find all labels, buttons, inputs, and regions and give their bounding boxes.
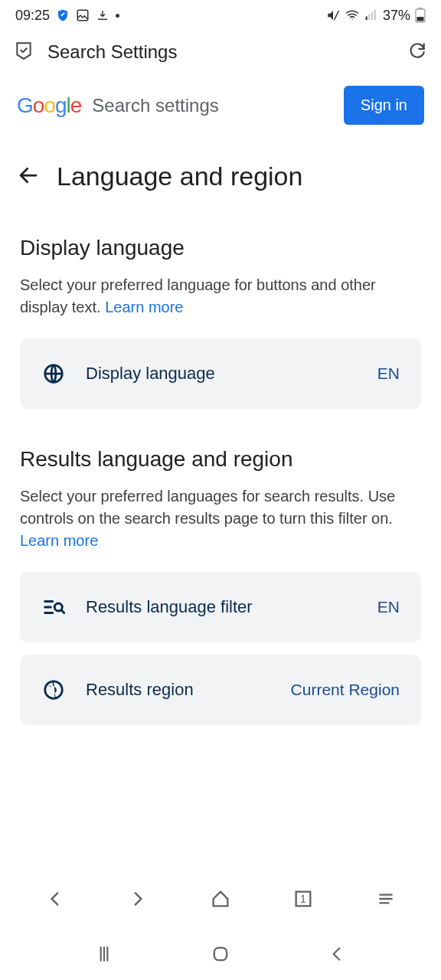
- shield-icon: [56, 8, 70, 22]
- google-logo: Google: [17, 93, 81, 118]
- google-bar: Google Search settings Sign in: [0, 74, 441, 131]
- svg-rect-7: [418, 8, 423, 9]
- learn-more-link[interactable]: Learn more: [105, 299, 183, 315]
- system-home-button[interactable]: [202, 936, 239, 972]
- results-language-filter-value: EN: [377, 598, 400, 616]
- results-language-desc: Select your preferred languages for sear…: [20, 485, 421, 552]
- earth-icon: [41, 678, 66, 702]
- results-language-filter-card[interactable]: Results language filter EN: [20, 572, 421, 642]
- results-language-filter-label: Results language filter: [86, 597, 358, 617]
- svg-rect-2: [365, 17, 367, 21]
- browser-menu-button[interactable]: [368, 880, 404, 917]
- browser-back-button[interactable]: [37, 880, 74, 917]
- signal-icon: [364, 8, 378, 22]
- status-time: 09:25: [15, 8, 50, 24]
- download-icon: [96, 8, 109, 22]
- svg-rect-5: [374, 10, 376, 21]
- content: Display language Select your preferred l…: [0, 236, 441, 725]
- image-icon: [76, 8, 90, 22]
- app-header: Search Settings: [0, 31, 441, 74]
- status-dot: [116, 14, 119, 18]
- browser-nav: 1: [0, 873, 441, 925]
- filter-search-icon: [41, 595, 66, 619]
- mute-icon: [326, 8, 340, 22]
- learn-more-link-2[interactable]: Learn more: [20, 532, 98, 549]
- svg-rect-3: [368, 15, 370, 21]
- page-title-row: Language and region: [0, 131, 441, 214]
- page-title: Language and region: [57, 162, 302, 191]
- tab-count: 1: [300, 893, 306, 905]
- display-language-label: Display language: [86, 364, 358, 384]
- status-right: 37%: [326, 8, 426, 24]
- display-language-card[interactable]: Display language EN: [20, 338, 421, 409]
- svg-line-1: [334, 11, 338, 20]
- results-language-title: Results language and region: [20, 447, 421, 472]
- browser-tabs-button[interactable]: 1: [285, 880, 322, 917]
- sign-in-button[interactable]: Sign in: [344, 86, 424, 125]
- status-bar: 09:25 37%: [0, 0, 441, 31]
- refresh-icon[interactable]: [407, 41, 427, 64]
- app-header-title: Search Settings: [47, 41, 394, 63]
- results-region-label: Results region: [86, 680, 271, 700]
- svg-rect-8: [417, 17, 424, 21]
- system-nav: [0, 928, 441, 980]
- browser-forward-button[interactable]: [119, 880, 156, 917]
- svg-rect-13: [214, 948, 227, 960]
- google-sub-title: Search settings: [92, 95, 333, 116]
- back-arrow-icon[interactable]: [17, 164, 40, 190]
- bookmark-outline-icon[interactable]: [14, 41, 34, 64]
- system-recents-button[interactable]: [86, 936, 122, 972]
- status-left: 09:25: [15, 8, 119, 24]
- browser-home-button[interactable]: [202, 880, 239, 917]
- battery-text: 37%: [383, 8, 410, 24]
- display-language-desc: Select your preferred language for butto…: [20, 274, 421, 318]
- svg-rect-0: [77, 10, 88, 21]
- wifi-icon: [345, 8, 360, 22]
- system-back-button[interactable]: [318, 936, 355, 972]
- results-region-card[interactable]: Results region Current Region: [20, 655, 421, 725]
- display-language-value: EN: [377, 364, 400, 383]
- svg-rect-4: [371, 12, 373, 21]
- globe-icon: [41, 361, 66, 386]
- display-language-title: Display language: [20, 236, 421, 260]
- battery-icon: [415, 8, 426, 23]
- results-region-value: Current Region: [291, 681, 400, 699]
